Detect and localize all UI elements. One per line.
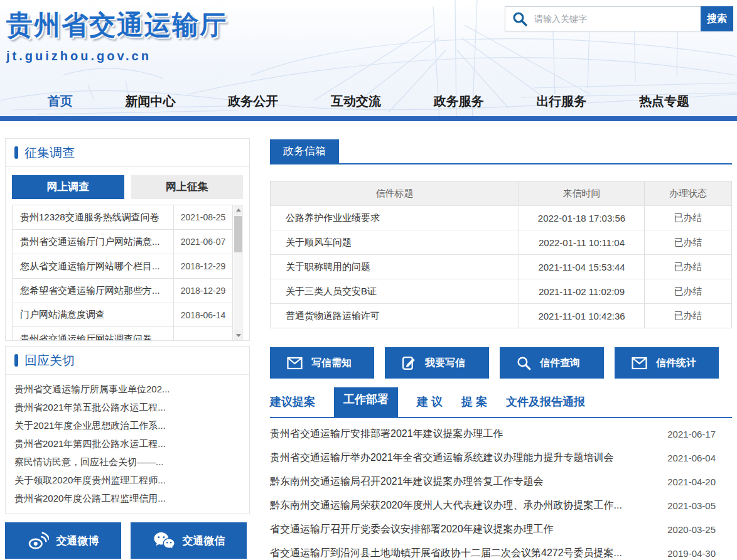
table-row: 关于职称聘用的问题 2021-11-04 15:53:44 已办结 <box>271 254 731 279</box>
scrollbar-thumb[interactable] <box>234 216 242 252</box>
survey-tabs: 网上调查 网上征集 <box>12 175 243 199</box>
col-header-status: 办理状态 <box>645 181 731 205</box>
tab-suggestions[interactable]: 建 议 <box>417 394 443 409</box>
mailbox-actions: 写信需知 我要写信 信件查询 <box>270 347 732 379</box>
wechat-button[interactable]: 交通微信 <box>131 522 247 559</box>
scrollbar[interactable] <box>234 205 243 340</box>
mail-status: 已办结 <box>645 206 731 230</box>
page-content: 征集调查 网上调查 网上征集 贵州12328交通服务热线调查问卷 2021-08… <box>0 121 737 560</box>
letter-query-button[interactable]: 信件查询 <box>500 347 604 379</box>
table-row: 关于三类人员交安B证 2021-11-02 11:02:09 已办结 <box>271 279 731 303</box>
proposal-date: 2021-06-04 <box>667 453 732 463</box>
search-bar: 搜索 <box>505 6 733 31</box>
survey-row-title[interactable]: 您希望省交通运输厅网站那些方... <box>13 279 173 303</box>
nav-item-services[interactable]: 政务服务 <box>434 93 484 110</box>
concern-item[interactable]: 贵州省2020年度公路工程监理信用... <box>14 489 240 507</box>
mailbox-tab[interactable]: 政务信箱 <box>270 139 339 163</box>
survey-row: 贵州省交通运输厅门户网站满意... 2021-06-07 <box>12 229 233 254</box>
wechat-icon <box>153 530 175 551</box>
survey-row: 您从省交通运输厅网站哪个栏目... 2018-12-29 <box>12 254 233 278</box>
envelope-icon <box>286 355 303 370</box>
survey-row-title[interactable]: 门户网站满意度调查 <box>13 303 173 326</box>
nav-item-travel[interactable]: 出行服务 <box>536 93 586 110</box>
survey-panel: 征集调查 网上调查 网上征集 贵州12328交通服务热线调查问卷 2021-08… <box>5 138 250 341</box>
col-header-title: 信件标题 <box>271 181 519 205</box>
weibo-button[interactable]: 交通微博 <box>5 522 121 559</box>
wechat-label: 交通微信 <box>183 534 225 548</box>
letter-stats-button[interactable]: 信件统计 <box>615 347 719 379</box>
nav-underline-bar <box>0 116 737 121</box>
proposal-date: 2021-04-20 <box>667 477 732 487</box>
mailbox-table: 信件标题 来信时间 办理状态 公路养护作业业绩要求 2022-01-18 17:… <box>270 181 732 328</box>
survey-row-title[interactable]: 您从省交通运输厅网站哪个栏目... <box>13 254 173 278</box>
concern-item[interactable]: 察民情访民意，回应社会关切——... <box>14 453 240 471</box>
social-buttons: 交通微博 交通微信 <box>5 522 250 559</box>
proposal-date: 2019-04-30 <box>667 548 732 559</box>
mail-title[interactable]: 普通货物道路运输许可 <box>271 304 519 328</box>
table-row: 关于顺风车问题 2022-01-11 10:11:04 已办结 <box>271 230 731 254</box>
tab-proposals[interactable]: 建议提案 <box>270 394 315 409</box>
concern-item[interactable]: 贵州省2021年第四批公路水运工程... <box>14 434 240 453</box>
concerns-list: 贵州省交通运输厅所属事业单位202... 贵州省2021年第五批公路水运工程..… <box>6 375 249 514</box>
mailbox-table-header: 信件标题 来信时间 办理状态 <box>271 181 731 205</box>
scroll-up-icon[interactable] <box>234 205 243 215</box>
title-marker-icon <box>14 354 18 367</box>
tab-work-deployment[interactable]: 工作部署 <box>334 387 398 417</box>
page-header: 贵州省交通运输厅 jt.guizhou.gov.cn 搜索 首页 新闻中心 政务… <box>0 0 737 121</box>
write-letter-button[interactable]: 我要写信 <box>385 347 489 379</box>
search-button[interactable]: 搜索 <box>701 6 733 31</box>
mail-time: 2022-01-18 17:03:56 <box>519 206 645 230</box>
mail-time: 2021-11-02 11:02:09 <box>519 279 645 303</box>
main-nav: 首页 新闻中心 政务公开 互动交流 政务服务 出行服务 热点专题 <box>0 86 737 116</box>
nav-item-news[interactable]: 新闻中心 <box>126 93 176 110</box>
concern-item[interactable]: 贵州省2021年第五批公路水运工程... <box>14 398 240 416</box>
write-notice-button[interactable]: 写信需知 <box>270 347 374 379</box>
mail-status: 已办结 <box>645 230 731 254</box>
proposal-title[interactable]: 黔东南州交通运输局召开2021年建议提案办理答复工作专题会 <box>270 475 544 488</box>
proposal-tabs: 建议提案 工作部署 建 议 提 案 文件及报告通报 <box>270 392 732 418</box>
tab-motions[interactable]: 提 案 <box>461 394 487 409</box>
proposal-title[interactable]: 贵州省交通运输厅举办2021年全省交通运输系统建议办理能力提升专题培训会 <box>270 451 614 465</box>
proposal-title[interactable]: 黔东南州交通运输局荣获2020年度州人大代表建议办理、承办州政协提案工作... <box>270 499 622 512</box>
envelope-icon <box>631 355 648 370</box>
mail-title[interactable]: 关于三类人员交安B证 <box>271 279 519 303</box>
concern-item[interactable]: 关于领取2020年度贵州监理工程师... <box>14 471 240 489</box>
mail-title[interactable]: 关于顺风车问题 <box>271 230 519 254</box>
concerns-panel-title: 回应关切 <box>6 347 249 375</box>
weibo-label: 交通微博 <box>56 534 99 548</box>
survey-row-title[interactable]: 贵州省交通运输厅门户网站满意... <box>13 230 173 254</box>
survey-panel-title: 征集调查 <box>6 139 249 167</box>
tab-documents-reports[interactable]: 文件及报告通报 <box>506 394 585 409</box>
proposal-title[interactable]: 省交通运输厅到沿河县土地坳镇开展省政协十二届二次会议第4272号委员提案... <box>270 547 622 560</box>
nav-item-home[interactable]: 首页 <box>48 93 73 110</box>
survey-row-title[interactable]: 贵州12328交通服务热线调查问卷 <box>13 205 173 229</box>
scroll-down-icon[interactable] <box>234 330 243 340</box>
nav-item-topics[interactable]: 热点专题 <box>639 93 689 110</box>
concern-item[interactable]: 贵州省交通运输厅所属事业单位202... <box>14 380 240 398</box>
mail-title[interactable]: 公路养护作业业绩要求 <box>271 206 519 230</box>
list-item: 贵州省交通运输厅举办2021年全省交通运输系统建议办理能力提升专题培训会 202… <box>270 446 732 470</box>
mail-time: 2021-11-01 10:42:36 <box>519 304 645 328</box>
title-marker-icon <box>14 146 18 159</box>
survey-row: 贵州12328交通服务热线调查问卷 2021-08-25 <box>12 205 233 229</box>
survey-row-date: 2021-08-25 <box>173 205 232 229</box>
survey-row-title[interactable]: 贵州省交通运输厅网站调查问卷 <box>13 327 173 340</box>
mail-time: 2022-01-11 10:11:04 <box>519 230 645 254</box>
survey-row: 您希望省交通运输厅网站那些方... 2018-12-29 <box>12 278 233 303</box>
concern-item[interactable]: 关于2021年度企业思想政治工作系... <box>14 416 240 434</box>
tab-online-survey[interactable]: 网上调查 <box>12 175 124 199</box>
search-input[interactable] <box>534 7 701 31</box>
survey-row-date: 2018-06-14 <box>173 303 232 326</box>
proposal-title[interactable]: 贵州省交通运输厅安排部署2021年建议提案办理工作 <box>270 428 503 441</box>
tab-online-collect[interactable]: 网上征集 <box>131 175 244 199</box>
site-logo[interactable]: 贵州省交通运输厅 jt.guizhou.gov.cn <box>6 8 227 63</box>
survey-row-partial: 贵州省交通运输厅网站调查问卷 <box>12 327 233 340</box>
proposal-title[interactable]: 省交通运输厅召开厅党委会议安排部署2020年建议提案办理工作 <box>270 523 554 536</box>
weibo-icon <box>28 530 49 551</box>
list-item: 省交通运输厅到沿河县土地坳镇开展省政协十二届二次会议第4272号委员提案... … <box>270 541 732 560</box>
concerns-panel-title-text: 回应关切 <box>24 352 75 369</box>
survey-row-date: 2018-12-29 <box>173 279 232 303</box>
nav-item-interaction[interactable]: 互动交流 <box>331 93 381 110</box>
mail-title[interactable]: 关于职称聘用的问题 <box>271 255 519 279</box>
nav-item-gov-info[interactable]: 政务公开 <box>228 93 278 110</box>
